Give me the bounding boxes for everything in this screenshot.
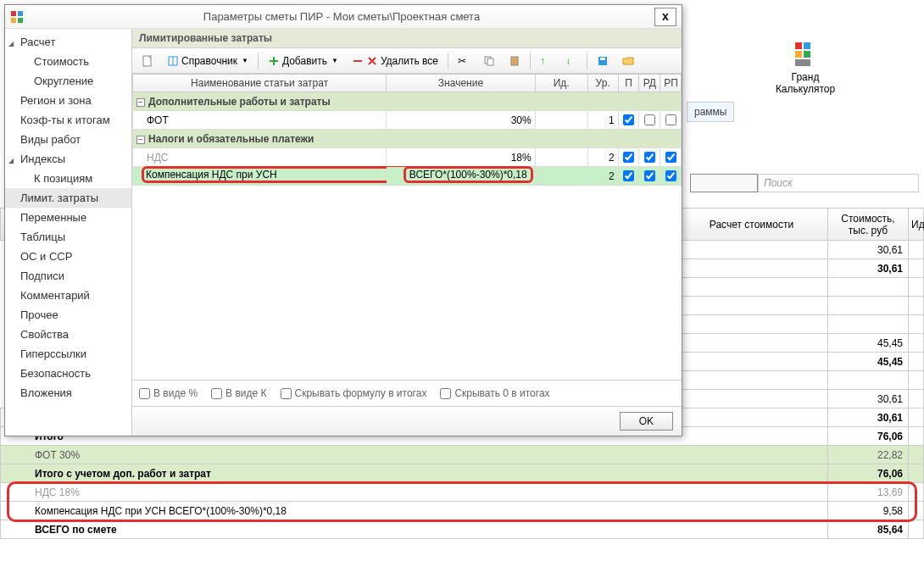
- search-input[interactable]: Поиск: [758, 174, 919, 192]
- svg-rect-4: [795, 59, 810, 66]
- tree-item[interactable]: Расчет: [5, 32, 131, 52]
- tree-item[interactable]: Стоимость: [5, 52, 131, 71]
- costs-grid: Наименование статьи затрат Значение Ид. …: [132, 74, 682, 381]
- tree-item[interactable]: Лимит. затраты: [5, 188, 131, 208]
- save-button[interactable]: [591, 53, 615, 69]
- col-value[interactable]: Значение: [387, 75, 535, 92]
- cut-button[interactable]: ✂: [452, 53, 476, 69]
- tree-item[interactable]: Переменные: [5, 208, 131, 227]
- checkbox-p[interactable]: [623, 170, 634, 181]
- svg-rect-6: [18, 11, 23, 16]
- checkbox-rp[interactable]: [665, 170, 676, 181]
- checkbox-rp[interactable]: [665, 152, 676, 163]
- collapse-icon[interactable]: −: [136, 136, 145, 144]
- plus-icon: [268, 55, 280, 67]
- tree-item[interactable]: Безопасность: [5, 364, 131, 383]
- cell-id[interactable]: [535, 148, 587, 167]
- params-dialog: Параметры сметы ПИР - Мои сметы\Проектна…: [4, 4, 682, 436]
- add-button[interactable]: Добавить▼: [262, 53, 344, 69]
- cell-lvl[interactable]: 1: [587, 111, 618, 130]
- bg-col-h2: Расчет стоимости: [676, 208, 828, 241]
- opt-pct[interactable]: В виде %: [139, 387, 198, 399]
- bg-row: ФОТ 30%22,82: [1, 446, 924, 464]
- opt-k[interactable]: В виде К: [211, 387, 266, 399]
- tree-item[interactable]: Прочее: [5, 305, 131, 325]
- tree-item[interactable]: Вложения: [5, 383, 131, 403]
- display-options: В виде % В виде К Скрывать формулу в ито…: [132, 381, 682, 406]
- data-row[interactable]: НДС 18% 2: [133, 148, 682, 167]
- copy-button[interactable]: [477, 53, 501, 69]
- tree-item[interactable]: Округление: [5, 71, 131, 91]
- col-p[interactable]: П: [618, 75, 639, 92]
- tree-item[interactable]: Свойства: [5, 325, 131, 344]
- svg-rect-14: [511, 57, 518, 65]
- tree-item[interactable]: ОС и ССР: [5, 247, 131, 266]
- ribbon-area: Гранд Калькулятор раммы: [687, 34, 924, 136]
- checkbox-p[interactable]: [623, 114, 634, 125]
- tree-item[interactable]: Подписи: [5, 266, 131, 286]
- cell-name[interactable]: ФОТ: [133, 111, 387, 130]
- file-button[interactable]: [136, 53, 159, 69]
- tree-item[interactable]: К позициям: [5, 169, 131, 188]
- checkbox-rd[interactable]: [644, 114, 655, 125]
- tree-item[interactable]: Виды работ: [5, 130, 131, 149]
- paste-button[interactable]: [503, 53, 526, 69]
- delete-all-button[interactable]: Удалить все: [346, 53, 444, 69]
- data-row[interactable]: ФОТ 30% 1: [133, 111, 682, 130]
- search-dropdown[interactable]: [690, 174, 758, 192]
- search-bar: Поиск: [690, 174, 919, 192]
- checkbox-rd[interactable]: [644, 152, 655, 163]
- chevron-down-icon: ▼: [242, 57, 248, 64]
- col-id[interactable]: Ид.: [535, 75, 587, 92]
- ok-button[interactable]: OK: [620, 412, 673, 431]
- scissors-icon: ✂: [458, 55, 470, 67]
- bg-row: ВСЕГО по смете85,64: [1, 520, 924, 539]
- bg-row: НДС 18%13,69: [1, 483, 924, 502]
- tree-item[interactable]: Индексы: [5, 149, 131, 169]
- close-button[interactable]: x: [654, 8, 676, 26]
- tree-item[interactable]: Комментарий: [5, 286, 131, 305]
- bg-row: Компенсация НДС при УСН ВСЕГО*(100%-30%)…: [1, 502, 924, 520]
- folder-icon: [622, 55, 634, 67]
- tree-item[interactable]: Регион и зона: [5, 91, 131, 110]
- col-rd[interactable]: РД: [639, 75, 660, 92]
- data-row-selected[interactable]: Компенсация НДС при УСН ВСЕГО*(100%-30%)…: [133, 167, 682, 186]
- opt-hidefmt[interactable]: Скрывать формулу в итогах: [281, 387, 427, 399]
- checkbox-p[interactable]: [623, 152, 634, 163]
- opt-hidezero[interactable]: Скрывать 0 в итогах: [440, 387, 549, 399]
- checkbox-rp[interactable]: [665, 114, 676, 125]
- cell-id[interactable]: [535, 111, 587, 130]
- bg-col-h4: Ид: [909, 208, 924, 241]
- panel-title: Лимитированные затраты: [132, 29, 682, 48]
- tree-item[interactable]: Гиперссылки: [5, 344, 131, 364]
- cell-lvl[interactable]: 2: [587, 148, 618, 167]
- cell-value[interactable]: 18%: [387, 148, 535, 167]
- reference-button[interactable]: Справочник▼: [161, 53, 254, 69]
- ribbon-calc-button[interactable]: Гранд Калькулятор: [687, 34, 924, 102]
- cell-value[interactable]: 30%: [387, 111, 535, 130]
- open-button[interactable]: [616, 53, 640, 69]
- tree-item[interactable]: Коэф-ты к итогам: [5, 110, 131, 130]
- tree-item[interactable]: Таблицы: [5, 227, 131, 247]
- checkbox-rd[interactable]: [644, 170, 655, 181]
- group-row[interactable]: −Налоги и обязательные платежи: [133, 130, 682, 148]
- col-lvl[interactable]: Ур.: [587, 75, 618, 92]
- cell-value[interactable]: ВСЕГО*(100%-30%)*0,18: [387, 167, 535, 186]
- cell-id[interactable]: [535, 167, 587, 186]
- move-down-button[interactable]: ↓: [559, 53, 583, 69]
- cell-lvl[interactable]: 2: [587, 167, 618, 186]
- svg-rect-13: [487, 58, 493, 65]
- collapse-icon[interactable]: −: [136, 98, 145, 107]
- ribbon-tab[interactable]: раммы: [687, 102, 734, 122]
- svg-rect-5: [11, 11, 16, 16]
- cell-name[interactable]: НДС: [133, 148, 387, 167]
- copy-icon: [483, 55, 495, 67]
- bg-col-h3: Стоимость, тыс. руб: [828, 208, 909, 241]
- svg-rect-3: [804, 51, 810, 58]
- cell-name[interactable]: Компенсация НДС при УСН: [133, 167, 387, 186]
- move-up-button[interactable]: ↑: [534, 53, 558, 69]
- col-rp[interactable]: РП: [660, 75, 682, 92]
- group-row[interactable]: −Дополнительные работы и затраты: [133, 92, 682, 111]
- col-name[interactable]: Наименование статьи затрат: [133, 75, 387, 92]
- x-icon: [366, 55, 378, 67]
